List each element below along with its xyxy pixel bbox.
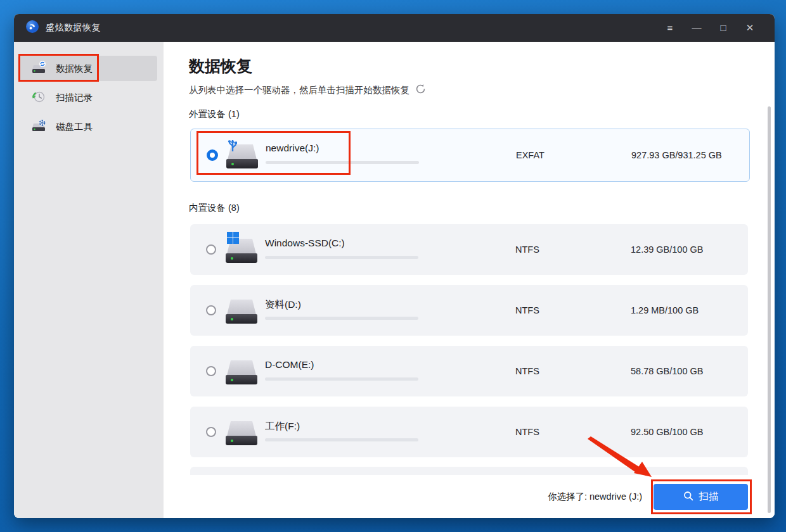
sidebar-item-label: 数据恢复 [56,63,93,75]
window-controls: ≡ — □ ✕ [657,14,763,42]
drive-gear-icon [30,118,47,136]
sidebar-item-disk-tools[interactable]: 磁盘工具 [18,114,157,139]
radio-button[interactable] [206,305,216,315]
minimize-icon[interactable]: — [683,14,710,42]
drive-refresh-icon [30,60,47,77]
drive-icon [226,417,257,447]
clock-history-icon [30,89,47,106]
filesystem-label: NTFS [515,305,539,315]
drive-icon [226,356,257,386]
page-title: 数据恢复 [189,56,252,77]
device-row-external[interactable]: newdrive(J:) EXFAT 927.93 GB/931.25 GB [190,129,750,182]
sidebar-item-label: 磁盘工具 [56,121,93,133]
sidebar-item-scan-history[interactable]: 扫描记录 [18,85,157,110]
sidebar: 数据恢复 扫描记录 [14,42,164,518]
scan-button[interactable]: 扫描 [654,484,748,510]
footer-bar: 你选择了: newdrive (J:) 扫描 [548,484,748,510]
device-name: 工作(F:) [265,420,300,433]
app-logo-icon [25,20,39,36]
selection-text: 你选择了: newdrive (J:) [548,491,642,503]
device-name: D-COM(E:) [265,359,314,370]
device-row-internal[interactable]: 工作(F:) NTFS 92.50 GB/100 GB [190,407,748,457]
sidebar-item-data-recovery[interactable]: 数据恢复 [18,56,157,81]
app-title: 盛炫数据恢复 [46,22,101,34]
device-row-internal[interactable]: 资料(D:) NTFS 1.29 MB/100 GB [190,285,748,336]
title-bar: 盛炫数据恢复 ≡ — □ ✕ [14,14,775,42]
radio-button-selected[interactable] [207,149,218,161]
menu-icon[interactable]: ≡ [657,14,683,42]
filesystem-label: NTFS [515,244,539,255]
device-row-partial[interactable] [190,467,748,475]
filesystem-label: NTFS [515,366,539,376]
device-row-internal[interactable]: D-COM(E:) NTFS 58.78 GB/100 GB [190,346,748,396]
filesystem-label: NTFS [515,427,539,437]
desktop: 盛炫数据恢复 ≡ — □ ✕ [0,0,786,532]
close-icon[interactable]: ✕ [737,14,763,42]
windows-drive-icon [226,234,257,265]
sidebar-item-label: 扫描记录 [56,92,93,104]
internal-devices-label: 内置设备 (8) [189,202,240,214]
capacity-label: 58.78 GB/100 GB [631,366,703,376]
radio-button[interactable] [206,427,216,437]
filesystem-label: EXFAT [516,150,544,160]
device-name: newdrive(J:) [266,142,319,154]
usage-bar [265,377,418,381]
search-icon [683,491,693,504]
external-devices-label: 外置设备 (1) [189,108,240,120]
subtitle-text: 从列表中选择一个驱动器，然后单击扫描开始数据恢复 [189,84,409,96]
usage-bar [266,161,419,164]
scrollbar[interactable] [768,106,771,513]
radio-button[interactable] [206,366,216,376]
capacity-label: 927.93 GB/931.25 GB [631,150,722,160]
device-name: Windows-SSD(C:) [265,238,345,249]
scan-button-label: 扫描 [699,490,719,504]
app-window: 盛炫数据恢复 ≡ — □ ✕ [14,14,775,518]
device-name: 资料(D:) [265,298,301,312]
usb-drive-icon [226,140,258,170]
capacity-label: 1.29 MB/100 GB [631,305,699,315]
usage-bar [265,438,418,441]
usage-bar [265,317,418,320]
capacity-label: 92.50 GB/100 GB [631,427,703,437]
refresh-icon[interactable] [415,84,426,96]
radio-button[interactable] [206,244,216,255]
device-row-internal[interactable]: Windows-SSD(C:) NTFS 12.39 GB/100 GB [190,224,748,275]
drive-icon [226,295,257,326]
maximize-icon[interactable]: □ [710,14,737,42]
page-subtitle: 从列表中选择一个驱动器，然后单击扫描开始数据恢复 [189,84,426,96]
capacity-label: 12.39 GB/100 GB [631,244,703,255]
usage-bar [265,256,418,259]
